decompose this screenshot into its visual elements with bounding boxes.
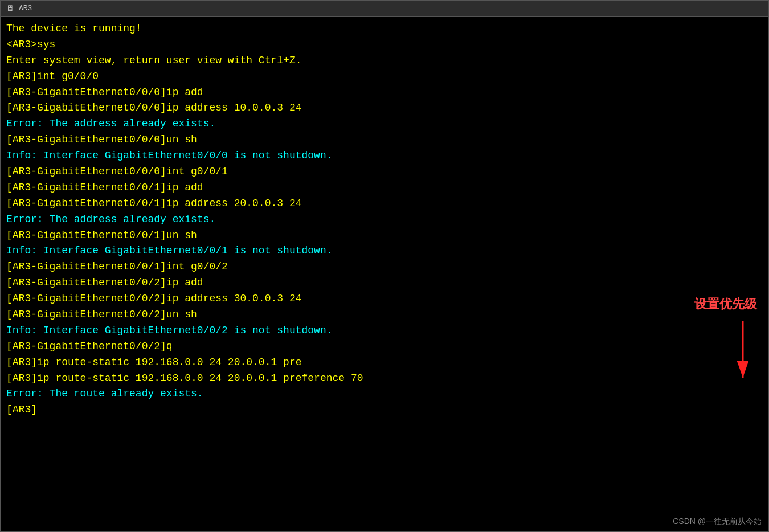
terminal-line: Enter system view, return user view with… xyxy=(6,53,763,69)
terminal-line: [AR3]ip route-static 192.168.0.0 24 20.0… xyxy=(6,371,763,387)
terminal-icon: 🖥 xyxy=(6,4,15,13)
terminal-line: Info: Interface GigabitEthernet0/0/1 is … xyxy=(6,243,763,259)
terminal-line: [AR3-GigabitEthernet0/0/0]ip address 10.… xyxy=(6,100,763,116)
terminal-line: <AR3>sys xyxy=(6,37,763,53)
terminal-window: 🖥 AR3 The device is running!<AR3>sysEnte… xyxy=(0,0,769,532)
annotation: 设置优先级 xyxy=(694,296,757,383)
terminal-line: [AR3-GigabitEthernet0/0/1]ip address 20.… xyxy=(6,196,763,212)
terminal-line: The device is running! xyxy=(6,21,763,37)
terminal-line: [AR3]int g0/0/0 xyxy=(6,69,763,85)
terminal-line: Info: Interface GigabitEthernet0/0/2 is … xyxy=(6,323,763,339)
title-bar: 🖥 AR3 xyxy=(1,1,768,17)
terminal-line: [AR3-GigabitEthernet0/0/0]un sh xyxy=(6,132,763,148)
terminal-line: [AR3-GigabitEthernet0/0/2]ip add xyxy=(6,275,763,291)
terminal-line: Error: The address already exists. xyxy=(6,212,763,228)
watermark: CSDN @一往无前从今始 xyxy=(673,517,762,527)
terminal-line: Error: The address already exists. xyxy=(6,116,763,132)
annotation-text: 设置优先级 xyxy=(694,296,757,313)
annotation-arrow-svg xyxy=(729,315,757,383)
terminal-line: [AR3-GigabitEthernet0/0/2]ip address 30.… xyxy=(6,291,763,307)
title-bar-text: AR3 xyxy=(19,4,32,13)
terminal-line: [AR3-GigabitEthernet0/0/0]ip add xyxy=(6,85,763,101)
terminal-line: [AR3]ip route-static 192.168.0.0 24 20.0… xyxy=(6,355,763,371)
terminal-line: [AR3-GigabitEthernet0/0/1]un sh xyxy=(6,228,763,244)
terminal-line: Error: The route already exists. xyxy=(6,386,763,402)
terminal-body[interactable]: The device is running!<AR3>sysEnter syst… xyxy=(1,17,768,531)
terminal-line: [AR3-GigabitEthernet0/0/2]q xyxy=(6,339,763,355)
terminal-line: [AR3-GigabitEthernet0/0/0]int g0/0/1 xyxy=(6,164,763,180)
terminal-content: The device is running!<AR3>sysEnter syst… xyxy=(6,21,763,418)
terminal-line: [AR3-GigabitEthernet0/0/1]int g0/0/2 xyxy=(6,259,763,275)
terminal-line: Info: Interface GigabitEthernet0/0/0 is … xyxy=(6,148,763,164)
terminal-line: [AR3-GigabitEthernet0/0/2]un sh xyxy=(6,307,763,323)
terminal-line: [AR3-GigabitEthernet0/0/1]ip add xyxy=(6,180,763,196)
terminal-line: [AR3] xyxy=(6,402,763,418)
